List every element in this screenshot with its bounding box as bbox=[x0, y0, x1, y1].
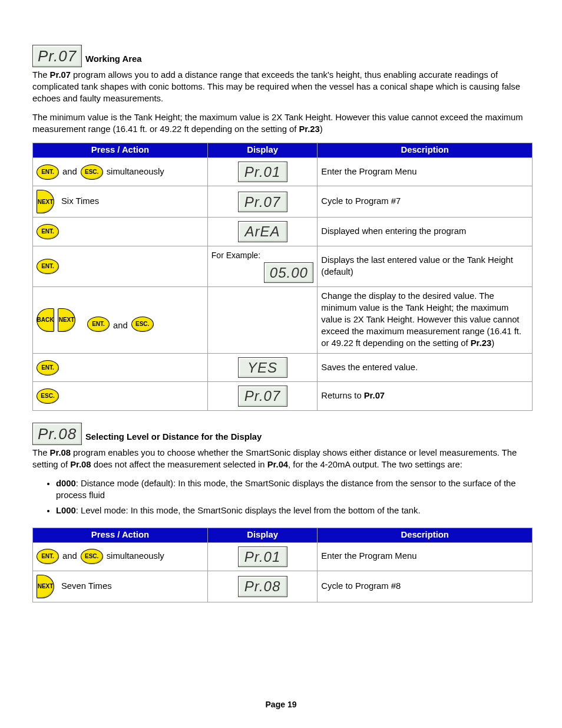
table-row: ENT. and ESC. simultaneously Pr.01 Enter… bbox=[33, 542, 533, 571]
ent-button[interactable]: ENT. bbox=[37, 549, 59, 564]
pr07-paragraph-2: The minimum value is the Tank Height; th… bbox=[32, 112, 533, 136]
label-and: and bbox=[62, 551, 77, 562]
page: Pr.07 Working Area The Pr.07 program all… bbox=[0, 0, 562, 728]
description-cell: Saves the entered value. bbox=[318, 353, 533, 381]
pr08-paragraph-1: The Pr.08 program enables you to choose … bbox=[32, 447, 533, 471]
label-for-example: For Example: bbox=[211, 250, 314, 261]
table-row: BACK NEXT ENT. and ESC. Change the displ… bbox=[33, 286, 533, 353]
col-display: Display bbox=[207, 143, 318, 157]
description-cell: Enter the Program Menu bbox=[318, 542, 533, 571]
lcd-display: 05.00 bbox=[264, 262, 313, 283]
label-simultaneously: simultaneously bbox=[107, 551, 164, 562]
lcd-display: Pr.07 bbox=[238, 386, 287, 406]
col-description: Description bbox=[318, 528, 533, 542]
esc-button[interactable]: ESC. bbox=[81, 164, 103, 180]
ent-button[interactable]: ENT. bbox=[87, 317, 110, 332]
esc-button[interactable]: ESC. bbox=[37, 388, 59, 404]
table-row: NEXT Six Times Pr.07 Cycle to Program #7 bbox=[33, 186, 533, 218]
col-display: Display bbox=[207, 528, 318, 542]
lcd-pr08-code: Pr.08 bbox=[32, 423, 82, 445]
lcd-display: YES bbox=[238, 357, 287, 378]
table-row: NEXT Seven Times Pr.08 Cycle to Program … bbox=[33, 571, 533, 602]
esc-button[interactable]: ESC. bbox=[81, 549, 103, 564]
lcd-display: Pr.01 bbox=[238, 546, 287, 567]
table-row: ENT. For Example: 05.00 Displays the las… bbox=[33, 246, 533, 286]
description-cell: Displayed when entering the program bbox=[318, 218, 533, 246]
description-cell: Change the display to the desired value.… bbox=[318, 286, 533, 353]
description-cell: Returns to Pr.07 bbox=[318, 382, 533, 410]
pr07-table: Press / Action Display Description ENT. … bbox=[32, 143, 533, 411]
section-pr08-title: Selecting Level or Distance for the Disp… bbox=[85, 431, 262, 445]
table-row: ENT. ArEA Displayed when entering the pr… bbox=[33, 218, 533, 246]
table-row: ENT. YES Saves the entered value. bbox=[33, 353, 533, 381]
col-press-action: Press / Action bbox=[33, 528, 208, 542]
pr08-bullet-list: d000: Distance mode (default): In this m… bbox=[56, 478, 533, 517]
col-press-action: Press / Action bbox=[33, 143, 208, 157]
label-times: Seven Times bbox=[61, 581, 112, 592]
ent-button[interactable]: ENT. bbox=[37, 360, 59, 375]
pr08-table: Press / Action Display Description ENT. … bbox=[32, 528, 533, 602]
description-cell: Enter the Program Menu bbox=[318, 157, 533, 186]
description-cell: Cycle to Program #7 bbox=[318, 186, 533, 218]
ent-button[interactable]: ENT. bbox=[37, 224, 59, 239]
table-row: ESC. Pr.07 Returns to Pr.07 bbox=[33, 382, 533, 410]
section-pr07-title: Working Area bbox=[85, 54, 141, 67]
esc-button[interactable]: ESC. bbox=[131, 317, 154, 332]
table-header-row: Press / Action Display Description bbox=[33, 528, 533, 542]
col-description: Description bbox=[318, 143, 533, 157]
back-button[interactable]: BACK bbox=[37, 308, 54, 332]
description-cell: Displays the last entered value or the T… bbox=[318, 246, 533, 286]
description-cell: Cycle to Program #8 bbox=[318, 571, 533, 602]
lcd-display: Pr.07 bbox=[238, 192, 287, 212]
label-times: Six Times bbox=[61, 196, 99, 207]
label-and: and bbox=[62, 166, 77, 178]
next-button[interactable]: NEXT bbox=[37, 190, 54, 213]
lcd-display: Pr.01 bbox=[238, 162, 287, 182]
table-header-row: Press / Action Display Description bbox=[33, 143, 533, 157]
next-button[interactable]: NEXT bbox=[58, 308, 75, 332]
table-row: ENT. and ESC. simultaneously Pr.01 Enter… bbox=[33, 157, 533, 186]
lcd-pr07-code: Pr.07 bbox=[32, 45, 82, 67]
lcd-display: ArEA bbox=[238, 221, 287, 242]
label-simultaneously: simultaneously bbox=[107, 166, 164, 178]
lcd-display: Pr.08 bbox=[238, 576, 287, 597]
ent-button[interactable]: ENT. bbox=[37, 259, 59, 274]
list-item: L000: Level mode: In this mode, the Smar… bbox=[56, 505, 533, 517]
pr07-paragraph-1: The Pr.07 program allows you to add a di… bbox=[32, 70, 533, 105]
section-pr07-header: Pr.07 Working Area bbox=[32, 45, 533, 67]
section-pr08-header: Pr.08 Selecting Level or Distance for th… bbox=[32, 423, 533, 445]
page-footer: Page 19 bbox=[0, 699, 562, 710]
list-item: d000: Distance mode (default): In this m… bbox=[56, 478, 533, 502]
label-and: and bbox=[113, 320, 128, 332]
next-button[interactable]: NEXT bbox=[37, 575, 54, 598]
ent-button[interactable]: ENT. bbox=[37, 164, 59, 180]
